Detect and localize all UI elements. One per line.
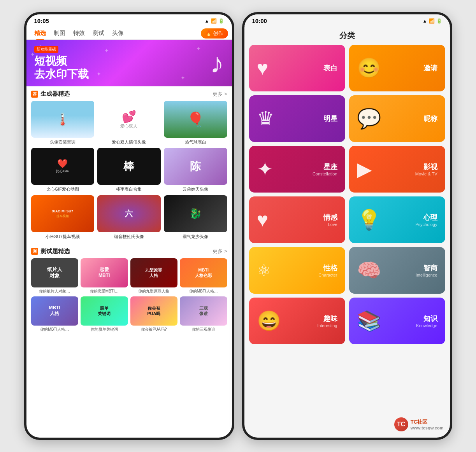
tab-touxiang[interactable]: 头像 xyxy=(108,27,128,39)
list-item[interactable]: 🌡️ 头像安装空调 xyxy=(31,101,95,145)
section-generator: 荐 生成器精选 更多 > 🌡️ 头像安装空调 💕 爱心双人 xyxy=(26,86,232,241)
cat-text: 昵称 xyxy=(423,114,437,123)
list-item[interactable]: 陈 云朵姓氏头像 xyxy=(164,148,227,192)
cat-card-biaobai[interactable]: ♥ 表白 xyxy=(249,45,345,91)
list-item[interactable]: 🐉 霸气龙少头像 xyxy=(164,195,227,239)
cat-label: 性格 xyxy=(318,263,337,273)
banner-main-text: 短视频 去水印下载 xyxy=(34,54,89,81)
list-item[interactable]: 🎈 热气球表白 xyxy=(164,101,227,145)
list-item[interactable]: 💕 爱心双人 爱心双人情侣头像 xyxy=(97,101,161,145)
thumb-label: 霸气龙少头像 xyxy=(164,234,227,239)
cat-card-yaoqing[interactable]: 😊 邀请 xyxy=(349,45,445,91)
cat-text: 明星 xyxy=(323,114,337,123)
tab-ceshi[interactable]: 测试 xyxy=(89,27,108,39)
smile-icon: 😊 xyxy=(357,57,381,79)
film-icon: ▶ xyxy=(357,158,372,180)
cat-card-xinli[interactable]: 💡 心理 Psychology xyxy=(349,196,445,243)
thumb-label: 谐音梗姓氏头像 xyxy=(97,234,161,239)
cat-label: 表白 xyxy=(323,63,337,73)
section-more-1[interactable]: 更多 > xyxy=(213,91,227,98)
list-item[interactable]: ❤️ 比心GIF 比心GIF爱心动图 xyxy=(31,148,95,192)
battery-icon-right: 🔋 xyxy=(436,18,442,24)
cat-card-nicheng[interactable]: 💬 昵称 xyxy=(349,95,445,142)
thumb-xiaomi: XIAO MI SU7 提车视频 xyxy=(31,195,95,232)
cat-label: 星座 xyxy=(313,162,337,172)
status-time-left: 10:05 xyxy=(34,18,49,24)
cat-card-zhishang[interactable]: 🧠 智商 Intelligence xyxy=(349,247,445,294)
cat-card-yingshi[interactable]: ▶ 影视 Movie & TV xyxy=(349,146,445,193)
section-header-2: 测 测试题精选 更多 > xyxy=(31,248,227,255)
create-button[interactable]: 🔥 创作 xyxy=(201,28,228,39)
cat-text: 智商 Intelligence xyxy=(416,263,437,277)
heart-icon: ♥ xyxy=(257,57,269,79)
test-thumb: MBTI人格色彩 xyxy=(180,258,227,287)
cat-text: 影视 Movie & TV xyxy=(415,162,437,176)
brain-icon: 🧠 xyxy=(357,259,381,282)
thumb-heartgif: ❤️ 比心GIF xyxy=(31,148,95,185)
cat-card-xingzuo[interactable]: ✦ 星座 Constellation xyxy=(249,146,345,193)
status-bar-left: 10:05 ▲ 📶 🔋 xyxy=(26,14,232,26)
tab-zhitu[interactable]: 制图 xyxy=(50,27,69,39)
test-thumb: 纸片人对象 xyxy=(31,258,79,287)
cat-label: 情感 xyxy=(323,213,337,222)
list-item[interactable]: 棒 棒宇表白合集 xyxy=(97,148,161,192)
thumb-label: 云朵姓氏头像 xyxy=(164,186,227,192)
status-icons-right: ▲ 📶 🔋 xyxy=(423,18,442,24)
list-item[interactable]: 六 谐音梗姓氏头像 xyxy=(97,195,161,239)
test-label: 你的九型原罪人格 xyxy=(130,289,178,294)
list-item[interactable]: 九型原罪人格 你的九型原罪人格 xyxy=(130,258,178,294)
thumb-ac: 🌡️ xyxy=(31,101,95,138)
bulb-icon: 💡 xyxy=(357,208,381,231)
left-phone: 10:05 ▲ 📶 🔋 精选 制图 特效 测试 头像 🔥 创作 ✦ ✦ ✦ ✦ … xyxy=(24,12,234,440)
cat-text: 心理 Psychology xyxy=(415,213,437,227)
crown-icon: ♛ xyxy=(257,107,274,130)
list-item[interactable]: 纸片人对象 你的纸片人对象… xyxy=(31,258,79,294)
test-thumb: 你会被PUA吗 xyxy=(130,296,178,326)
test-thumb: 脱单关键词 xyxy=(81,296,128,326)
cat-card-qinggan[interactable]: ♥ 情感 Love xyxy=(249,196,345,243)
cat-sublabel: Interesting xyxy=(317,323,337,328)
thumb-tanyu: 棒 xyxy=(97,148,161,185)
cat-text: 性格 Character xyxy=(318,263,337,277)
section-title-2: 测 测试题精选 xyxy=(31,248,70,255)
list-item[interactable]: 恋爱MBTI 你的恋爱MBTI… xyxy=(81,258,128,294)
cat-card-zhishi[interactable]: 📚 知识 Knowledge xyxy=(349,298,445,344)
list-item[interactable]: 你会被PUA吗 你会被PUA吗? xyxy=(130,296,178,332)
cat-card-mingxing[interactable]: ♛ 明星 xyxy=(249,95,345,142)
thumb-dragon: 🐉 xyxy=(164,195,227,232)
cat-sublabel: Constellation xyxy=(313,172,337,176)
cat-sublabel: Knowledge xyxy=(416,323,437,328)
cat-label: 知识 xyxy=(416,314,437,323)
list-item[interactable]: MBTI人格 你的MBTI人格… xyxy=(31,296,79,332)
cat-text: 趣味 Interesting xyxy=(317,314,337,328)
cat-text: 星座 Constellation xyxy=(313,162,337,176)
love-icon: ♥ xyxy=(257,208,269,231)
tc-logo: TC xyxy=(394,417,408,431)
tab-jingxuan[interactable]: 精选 xyxy=(30,27,50,39)
banner-text: 新功能重磅 短视频 去水印下载 xyxy=(34,45,89,81)
tests-grid: 纸片人对象 你的纸片人对象… 恋爱MBTI 你的恋爱MBTI… 九型原罪人格 你… xyxy=(31,258,227,332)
section-more-2[interactable]: 更多 > xyxy=(213,248,227,255)
fun-icon: 😄 xyxy=(257,310,281,332)
thumb-love: 💕 爱心双人 xyxy=(97,101,161,138)
test-label: 你的MBTI人格… xyxy=(31,327,79,332)
status-bar-right: 10:00 ▲ 📶 🔋 xyxy=(244,14,450,26)
thumb-label: 棒宇表白合集 xyxy=(97,186,161,192)
cat-card-xingge[interactable]: ⚛ 性格 Character xyxy=(249,247,345,294)
cat-label: 昵称 xyxy=(423,114,437,123)
banner[interactable]: ✦ ✦ ✦ ✦ ✦ ✦ ✦ 新功能重磅 短视频 去水印下载 ♪ xyxy=(26,40,232,86)
cat-label: 智商 xyxy=(416,263,437,273)
wifi-icon-right: ▲ xyxy=(423,18,427,24)
category-grid: ♥ 表白 😊 邀请 ♛ 明星 💬 昵称 ✦ xyxy=(244,45,450,350)
test-label: 你的三观像谁 xyxy=(180,327,227,332)
list-item[interactable]: XIAO MI SU7 提车视频 小米SU7提车视频 xyxy=(31,195,95,239)
cat-card-quwei[interactable]: 😄 趣味 Interesting xyxy=(249,298,345,344)
tab-texiao[interactable]: 特效 xyxy=(69,27,89,39)
section-header-1: 荐 生成器精选 更多 > xyxy=(31,90,227,98)
thumb-cloud: 陈 xyxy=(164,148,227,185)
list-item[interactable]: 脱单关键词 你的脱单关键词 xyxy=(81,296,128,332)
list-item[interactable]: MBTI人格色彩 你的MBTI人格… xyxy=(180,258,227,294)
cat-text: 知识 Knowledge xyxy=(416,314,437,328)
section-tests: 测 测试题精选 更多 > 纸片人对象 你的纸片人对象… 恋爱MBTI 你的恋爱M… xyxy=(26,244,232,334)
list-item[interactable]: 三观像谁 你的三观像谁 xyxy=(180,296,227,332)
